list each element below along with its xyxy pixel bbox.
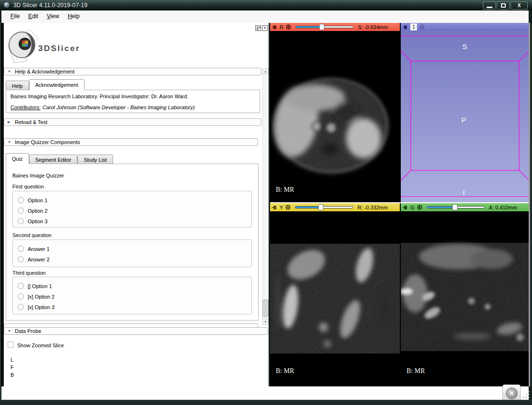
probe-axis-f: F — [10, 364, 14, 370]
slice-link-icon[interactable] — [286, 24, 291, 30]
radio-button[interactable] — [18, 256, 24, 262]
radio-row: Answer 2 — [18, 256, 50, 263]
close-icon: X — [518, 3, 521, 8]
radio-button[interactable] — [18, 208, 24, 214]
tab-help[interactable]: Help — [6, 81, 29, 90]
spin-view-icon[interactable] — [419, 24, 425, 30]
slice-link-icon[interactable] — [285, 205, 291, 210]
quizzer-tabbar: Quiz Segment Editor Study List — [6, 153, 113, 164]
green-viewport[interactable]: B: MR — [401, 211, 529, 386]
green-slice-controller: G A: 0.410mm — [401, 203, 529, 211]
orientation-posterior: P — [461, 116, 466, 124]
contributors-text: Carol Johnson (Software Developer - Bain… — [42, 104, 195, 110]
radio-button[interactable] — [18, 246, 24, 252]
section-help-acknowledgement[interactable]: ▼ Help & Acknowledgement — [4, 68, 261, 75]
scroll-up-button[interactable]: ▲ — [262, 68, 269, 74]
panel-popout-icon[interactable] — [255, 25, 261, 31]
question-1-group: Option 1 Option 2 Option 3 — [12, 191, 252, 228]
pin-icon[interactable] — [402, 25, 408, 30]
threed-view-controller: 1 — [401, 23, 529, 31]
radio-row: [x] Option 3 — [18, 303, 54, 311]
green-slice-view: G A: 0.410mm — [401, 203, 529, 386]
panel-close-icon[interactable]: ✕ — [262, 25, 268, 31]
resize-grip[interactable] — [523, 391, 524, 392]
question-2-group: Answer 1 Answer 2 — [12, 239, 252, 267]
green-slice-slider[interactable] — [427, 204, 485, 210]
slider-handle[interactable] — [452, 204, 458, 210]
menu-view[interactable]: View — [42, 10, 63, 23]
menu-help[interactable]: Help — [63, 10, 84, 23]
menu-file[interactable]: File — [6, 10, 24, 23]
window-frame-right — [529, 23, 532, 386]
yellow-slice-slider[interactable] — [295, 204, 353, 210]
collapse-closed-icon: ▶ — [8, 119, 10, 125]
pin-icon[interactable] — [271, 25, 277, 30]
orientation-inferior: I — [463, 188, 465, 197]
scrollbar-track[interactable] — [262, 74, 269, 319]
help-ack-tabbar: Help Acknowledgement — [6, 79, 84, 90]
close-button[interactable]: X — [511, 1, 528, 10]
quiz-heading: Baines Image Quizzer — [12, 173, 64, 178]
threed-viewport[interactable]: S P I — [401, 31, 529, 202]
collapse-open-icon: ▼ — [8, 328, 11, 334]
tab-study-list[interactable]: Study List — [77, 155, 113, 164]
minimize-button[interactable] — [483, 1, 496, 10]
status-bar — [1, 386, 529, 400]
section-reload-test[interactable]: ▶ Reload & Test — [4, 118, 261, 126]
sagittal-mr-image — [270, 211, 400, 386]
pin-icon[interactable] — [271, 205, 277, 210]
scrollbar-thumb[interactable] — [262, 300, 269, 317]
yellow-view-label: B: MR — [276, 367, 294, 375]
scroll-up-icon: ▲ — [264, 70, 267, 73]
section-image-quizzer[interactable]: ▼ Image Quizzer Components — [4, 138, 258, 146]
green-slice-offset: A: 0.410mm — [489, 205, 517, 210]
scroll-down-icon: ▼ — [264, 320, 267, 323]
question-3-label: Third question — [12, 270, 46, 276]
slider-fill — [296, 26, 322, 28]
tab-acknowledgement[interactable]: Acknowledgement — [29, 79, 84, 90]
app-window: 3D Slicer 4.11.0-2019-07-19 X File Edit … — [0, 0, 532, 405]
tab-quiz[interactable]: Quiz — [6, 153, 29, 164]
maximize-button[interactable] — [497, 1, 510, 10]
slicer-logo-text: 3DSlicer — [38, 44, 80, 53]
red-viewport[interactable]: B: MR — [270, 31, 400, 202]
minimize-icon — [487, 7, 492, 8]
yellow-slice-offset: R: -0.332mm — [357, 205, 388, 210]
green-view-letter: G — [410, 205, 415, 210]
radio-button[interactable] — [18, 218, 24, 224]
yellow-view-letter: Y — [280, 205, 283, 210]
probe-axis-l: L — [10, 357, 13, 363]
slider-handle[interactable] — [319, 24, 324, 30]
scroll-down-button[interactable]: ▼ — [262, 319, 269, 325]
axial-mr-image — [270, 31, 400, 202]
show-zoomed-slice-checkbox[interactable] — [8, 342, 14, 348]
radio-button[interactable] — [18, 304, 24, 310]
slider-fill — [295, 207, 321, 208]
radio-button[interactable] — [18, 293, 24, 300]
yellow-slice-view: Y R: -0.332mm — [270, 203, 400, 386]
radio-row: Answer 1 — [18, 245, 50, 252]
red-slice-slider[interactable] — [295, 24, 354, 30]
red-view-label: B: MR — [276, 186, 294, 194]
collapse-open-icon: ▼ — [8, 139, 11, 145]
slice-link-icon[interactable] — [417, 205, 422, 210]
radio-button[interactable] — [18, 283, 24, 289]
pin-icon[interactable] — [402, 205, 408, 210]
radio-button[interactable] — [18, 197, 24, 203]
yellow-slice-controller: Y R: -0.332mm — [270, 203, 400, 211]
green-view-label: B: MR — [407, 367, 425, 375]
orientation-superior: S — [462, 42, 467, 51]
acknowledgement-box: Baines Imaging Research Laboratory. Prin… — [6, 90, 260, 113]
slicer-logo-icon — [5, 26, 42, 66]
slicer-logo: 3DSlicer — [5, 26, 119, 68]
slider-handle[interactable] — [318, 204, 323, 210]
section-data-probe[interactable]: ▼ Data Probe — [4, 327, 268, 335]
yellow-viewport[interactable]: B: MR — [270, 211, 400, 386]
tab-segment-editor[interactable]: Segment Editor — [29, 155, 78, 164]
question-3-group: [] Option 1 [x] Option 2 [x] Option 3 — [12, 277, 252, 314]
question-2-label: Second question — [12, 232, 52, 238]
window-frame-bottom — [0, 400, 532, 405]
question-1-label: First question — [12, 184, 44, 189]
menu-edit[interactable]: Edit — [24, 10, 42, 23]
status-close-button[interactable]: ✕ — [502, 384, 521, 402]
